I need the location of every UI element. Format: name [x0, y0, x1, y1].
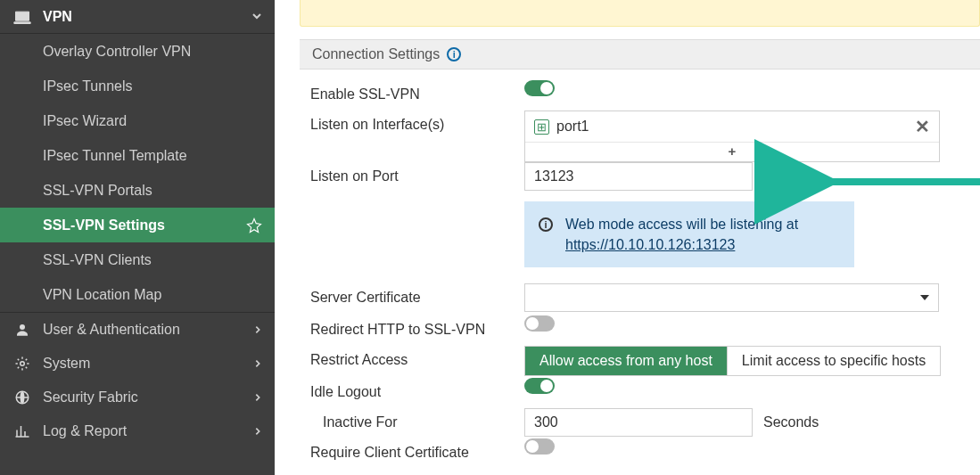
chevron-right-icon — [253, 322, 262, 338]
restrict-opt-limit-hosts[interactable]: Limit access to specific hosts — [728, 347, 940, 375]
vpn-icon — [12, 7, 32, 27]
interface-name: port1 — [556, 119, 915, 135]
label-idle-logout: Idle Logout — [310, 378, 524, 400]
svg-point-0 — [20, 324, 25, 330]
toggle-idle-logout[interactable] — [524, 378, 555, 394]
toggle-enable-ssl-vpn[interactable] — [524, 80, 555, 96]
sidebar-section-user-authentication[interactable]: User & Authentication — [0, 313, 275, 347]
toggle-require-client-cert[interactable] — [524, 438, 555, 455]
sidebar-item-ipsec-wizard[interactable]: IPsec Wizard — [0, 103, 275, 138]
toggle-redirect-http[interactable] — [524, 315, 555, 332]
section-title: Connection Settings — [312, 46, 440, 62]
restrict-opt-allow-any[interactable]: Allow access from any host — [525, 347, 728, 375]
interface-icon: ⊞ — [534, 119, 549, 135]
inactive-for-input[interactable] — [524, 408, 753, 437]
sidebar-section-security-fabric[interactable]: Security Fabric — [0, 381, 275, 414]
label-enable-ssl-vpn: Enable SSL-VPN — [310, 80, 524, 102]
server-certificate-select[interactable] — [524, 283, 939, 312]
sidebar-item-ssl-vpn-portals[interactable]: SSL-VPN Portals — [0, 173, 275, 208]
sidebar: VPN Overlay Controller VPN IPsec Tunnels… — [0, 0, 275, 475]
chevron-down-icon — [920, 295, 929, 300]
chevron-right-icon — [253, 389, 262, 405]
label-server-certificate: Server Certificate — [310, 283, 524, 306]
sidebar-item-vpn-location-map[interactable]: VPN Location Map — [0, 277, 275, 312]
callout-url-link[interactable]: https://10.10.10.126:13123 — [565, 237, 735, 252]
chevron-right-icon — [253, 356, 262, 372]
sidebar-item-overlay-controller-vpn[interactable]: Overlay Controller VPN — [0, 34, 275, 69]
chart-icon — [12, 422, 32, 441]
listen-interfaces-box[interactable]: ⊞ port1 ✕ + — [524, 111, 940, 162]
inactive-for-suffix: Seconds — [763, 414, 819, 430]
sidebar-section-label: VPN — [43, 9, 251, 25]
sidebar-vpn-children: Overlay Controller VPN IPsec Tunnels IPs… — [0, 34, 275, 312]
label-restrict-access: Restrict Access — [310, 346, 524, 368]
label-inactive-for: Inactive For — [310, 408, 524, 430]
sidebar-section-log-report[interactable]: Log & Report — [0, 414, 275, 448]
label-listen-interfaces: Listen on Interface(s) — [310, 111, 524, 133]
sidebar-item-ipsec-tunnels[interactable]: IPsec Tunnels — [0, 69, 275, 103]
section-header-connection-settings: Connection Settings i — [300, 39, 980, 70]
sidebar-item-ssl-vpn-clients[interactable]: SSL-VPN Clients — [0, 242, 275, 277]
info-icon[interactable]: i — [447, 47, 461, 61]
sidebar-section-system[interactable]: System — [0, 347, 275, 381]
listen-port-input[interactable] — [524, 162, 753, 191]
web-mode-listening-callout: i Web mode access will be listening at h… — [524, 201, 854, 267]
chevron-down-icon — [251, 10, 262, 24]
chevron-right-icon — [253, 423, 262, 439]
label-listen-port: Listen on Port — [310, 162, 524, 184]
sidebar-item-ssl-vpn-settings[interactable]: SSL-VPN Settings — [0, 208, 275, 242]
sidebar-section-vpn[interactable]: VPN — [0, 0, 275, 34]
restrict-access-toggle-group: Allow access from any host Limit access … — [524, 346, 941, 376]
callout-text: Web mode access will be listening at — [565, 217, 798, 232]
remove-interface-icon[interactable]: ✕ — [915, 116, 930, 137]
sidebar-item-ipsec-tunnel-template[interactable]: IPsec Tunnel Template — [0, 138, 275, 173]
svg-point-1 — [21, 362, 25, 366]
fabric-icon — [12, 388, 32, 407]
user-icon — [12, 320, 32, 340]
label-redirect-http: Redirect HTTP to SSL-VPN — [310, 315, 524, 338]
gear-icon — [12, 354, 32, 373]
warning-banner — [300, 0, 980, 27]
main-panel: Connection Settings i Enable SSL-VPN Lis… — [275, 0, 980, 475]
info-icon: i — [539, 217, 553, 232]
add-interface-button[interactable]: + — [525, 142, 939, 161]
favorite-star-icon[interactable] — [246, 217, 262, 233]
label-require-client-cert: Require Client Certificate — [310, 438, 524, 461]
